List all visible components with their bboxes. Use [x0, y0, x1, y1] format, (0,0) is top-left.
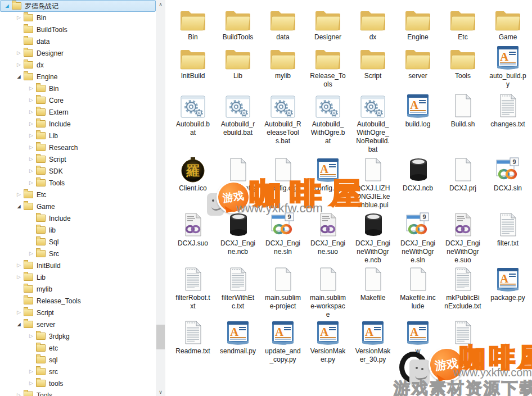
- file-item-mkPublicBinExclude.txt[interactable]: mkPublicBinExclude.txt: [440, 265, 485, 311]
- scrollbar-thumb[interactable]: [156, 325, 165, 349]
- tree-item-server[interactable]: ◢server: [0, 318, 156, 330]
- file-item-DCXJ.prj[interactable]: DCXJ.prj: [440, 156, 485, 193]
- file-item-filterWithEtc.txt[interactable]: filterWithEtc.txt: [215, 265, 260, 311]
- file-item-DCXJ_EngineWithOgre.suo[interactable]: DCXJ_EngineWithOgre.suo: [440, 211, 485, 265]
- tree-item-Sql[interactable]: Sql: [0, 236, 156, 248]
- file-item-sendmail.py[interactable]: Asendmail.py: [215, 318, 260, 356]
- tree-item-Bin[interactable]: ▷Bin: [0, 12, 156, 24]
- file-item-Readme.txt[interactable]: Readme.txt: [170, 318, 215, 356]
- folder-item-dx[interactable]: dx: [350, 4, 395, 42]
- collapse-arrow-icon[interactable]: ◢: [3, 4, 11, 8]
- tree-item-Bin[interactable]: ▷Bin: [0, 83, 156, 94]
- tree-item-Etc[interactable]: ▷Etc: [0, 189, 156, 201]
- tree-item-Tools[interactable]: ▷Tools: [0, 177, 156, 189]
- expand-arrow-icon[interactable]: ▷: [28, 145, 35, 150]
- collapse-arrow-icon[interactable]: ◢: [15, 204, 22, 209]
- tree-item-Include[interactable]: Include: [0, 212, 156, 224]
- file-item-DCXJ_Engine.suo[interactable]: DCXJ_Engine.suo: [305, 211, 350, 256]
- file-item-Autobuild_ReleaseTools.bat[interactable]: Autobuild_ReleaseTools.bat: [260, 92, 305, 145]
- tree-item-Extern[interactable]: ▷Extern: [0, 106, 156, 118]
- expand-arrow-icon[interactable]: ▷: [28, 98, 35, 103]
- tree-item-Lib[interactable]: ▷Lib: [0, 130, 156, 142]
- file-item-Makefile[interactable]: Makefile: [350, 265, 395, 302]
- file-item-filterRobot.txt[interactable]: filterRobot.txt: [170, 265, 215, 311]
- tree-item-Release_Tools[interactable]: Release_Tools: [0, 295, 156, 307]
- tree-item-Designer[interactable]: ▷Designer: [0, 47, 156, 59]
- tree-item-3rdpkg[interactable]: ▷3rdpkg: [0, 330, 156, 342]
- file-item-Client.ico[interactable]: 羅Client.ico: [170, 156, 215, 193]
- file-item-VersionMaker_30.py[interactable]: AVersionMaker_30.py: [350, 318, 395, 364]
- tree-item-data[interactable]: data: [0, 35, 156, 47]
- file-item-Autobuild.bat[interactable]: Autobuild.bat: [170, 92, 215, 137]
- tree-item-BuildTools[interactable]: BuildTools: [0, 24, 156, 35]
- tree-item-tools[interactable]: ▷tools: [0, 377, 156, 389]
- expand-arrow-icon[interactable]: ▷: [28, 180, 35, 185]
- expand-arrow-icon[interactable]: ▷: [15, 51, 22, 56]
- file-item-DCXJ_Engine.sln[interactable]: 9DCXJ_Engine.sln: [260, 211, 305, 256]
- folder-item-Lib[interactable]: Lib: [215, 43, 260, 80]
- file-item-w[interactable]: Aw: [395, 318, 440, 356]
- tree-item-InitBuild[interactable]: ▷InitBuild: [0, 260, 156, 271]
- tree-item-Engine[interactable]: ◢Engine: [0, 71, 156, 83]
- tree-item-Script[interactable]: ▷Script: [0, 153, 156, 165]
- expand-arrow-icon[interactable]: ▷: [28, 121, 35, 126]
- folder-item-Release_Tools[interactable]: Release_Tools: [305, 43, 350, 89]
- file-item-Autobuild_WithOgre.bat[interactable]: Autobuild_WithOgre.bat: [305, 92, 350, 145]
- tree-item-Include[interactable]: ▷Include: [0, 118, 156, 130]
- tree-item-dx[interactable]: ▷dx: [0, 59, 156, 71]
- tree-item-Tools[interactable]: ▷Tools: [0, 389, 156, 396]
- expand-arrow-icon[interactable]: ▷: [28, 369, 35, 374]
- expand-arrow-icon[interactable]: ▷: [15, 275, 22, 280]
- tree-item-Research[interactable]: ▷Research: [0, 142, 156, 153]
- tree-item-sql[interactable]: sql: [0, 354, 156, 366]
- file-item-DCXJ.ncb[interactable]: DCXJ.ncb: [395, 156, 440, 193]
- file-item-main.sublime-workspace[interactable]: main.sublime-workspace: [305, 265, 350, 319]
- tree-item-Script[interactable]: ▷Script: [0, 307, 156, 318]
- file-item-auto_build.py[interactable]: Aauto_build.py: [485, 43, 530, 89]
- folder-item-Game[interactable]: Game: [485, 4, 530, 42]
- expand-arrow-icon[interactable]: ▷: [28, 86, 35, 91]
- file-item-DCXJ_Engine.ncb[interactable]: DCXJ_Engine.ncb: [215, 211, 260, 256]
- file-item-DCXJ.suo[interactable]: DCXJ.suo: [170, 211, 215, 248]
- tree-item-Game[interactable]: ◢Game: [0, 201, 156, 212]
- file-item-changes.txt[interactable]: changes.txt: [485, 92, 530, 129]
- folder-item-Tools[interactable]: Tools: [440, 43, 485, 80]
- tree-item-src[interactable]: ▷src: [0, 366, 156, 377]
- file-item-Autobuild_WithOgre_NoRebuild.bat[interactable]: Autobuild_WithOgre_NoRebuild.bat: [350, 92, 395, 154]
- scroll-down-icon[interactable]: ∨: [156, 388, 165, 396]
- file-item-Autobuild_rebuild.bat[interactable]: Autobuild_rebuild.bat: [215, 92, 260, 137]
- file-item-obscured[interactable]: [440, 318, 485, 347]
- file-item-DCXJ.sln[interactable]: 9DCXJ.sln: [485, 156, 530, 193]
- expand-arrow-icon[interactable]: ▷: [28, 157, 35, 162]
- file-item-package.py[interactable]: Apackage.py: [485, 265, 530, 302]
- expand-arrow-icon[interactable]: ▷: [28, 110, 35, 115]
- folder-item-Bin[interactable]: Bin: [170, 4, 215, 42]
- expand-arrow-icon[interactable]: ▷: [28, 334, 35, 339]
- expand-arrow-icon[interactable]: ▷: [15, 192, 22, 197]
- tree-item-mylib[interactable]: mylib: [0, 283, 156, 295]
- expand-arrow-icon[interactable]: ▷: [28, 133, 35, 138]
- folder-item-server[interactable]: server: [395, 43, 440, 80]
- expand-arrow-icon[interactable]: ▷: [15, 393, 22, 396]
- file-item-build.log[interactable]: Abuild.log: [395, 92, 440, 129]
- folder-item-Designer[interactable]: Designer: [305, 4, 350, 42]
- file-item-Makefile.include[interactable]: Makefile.include: [395, 265, 440, 311]
- collapse-arrow-icon[interactable]: ◢: [15, 322, 22, 327]
- tree-item-Src[interactable]: ▷Src: [0, 248, 156, 260]
- file-item-config.py[interactable]: Aconfig.py: [305, 156, 350, 193]
- file-item-VersionMaker.py[interactable]: AVersionMaker.py: [305, 318, 350, 364]
- folder-item-mylib[interactable]: mylib: [260, 43, 305, 80]
- file-item-Build.sh[interactable]: Build.sh: [440, 92, 485, 129]
- folder-item-Etc[interactable]: Etc: [440, 4, 485, 42]
- tree-item-lib[interactable]: lib: [0, 224, 156, 236]
- expand-arrow-icon[interactable]: ▷: [15, 263, 22, 268]
- file-item-DCXJ_EngineWithOgre.sln[interactable]: 9DCXJ_EngineWithOgre.sln: [395, 211, 440, 265]
- folder-item-InitBuild[interactable]: InitBuild: [170, 43, 215, 80]
- tree-item-罗德岛战记[interactable]: ◢罗德岛战记: [0, 0, 156, 12]
- file-item-filter.txt[interactable]: filter.txt: [485, 211, 530, 248]
- collapse-arrow-icon[interactable]: ◢: [15, 75, 22, 79]
- tree-item-Lib[interactable]: ▷Lib: [0, 271, 156, 283]
- tree-item-SDK[interactable]: ▷SDK: [0, 165, 156, 177]
- file-item-config.cfg[interactable]: config.cfg: [260, 156, 305, 193]
- folder-item-Engine[interactable]: Engine: [395, 4, 440, 42]
